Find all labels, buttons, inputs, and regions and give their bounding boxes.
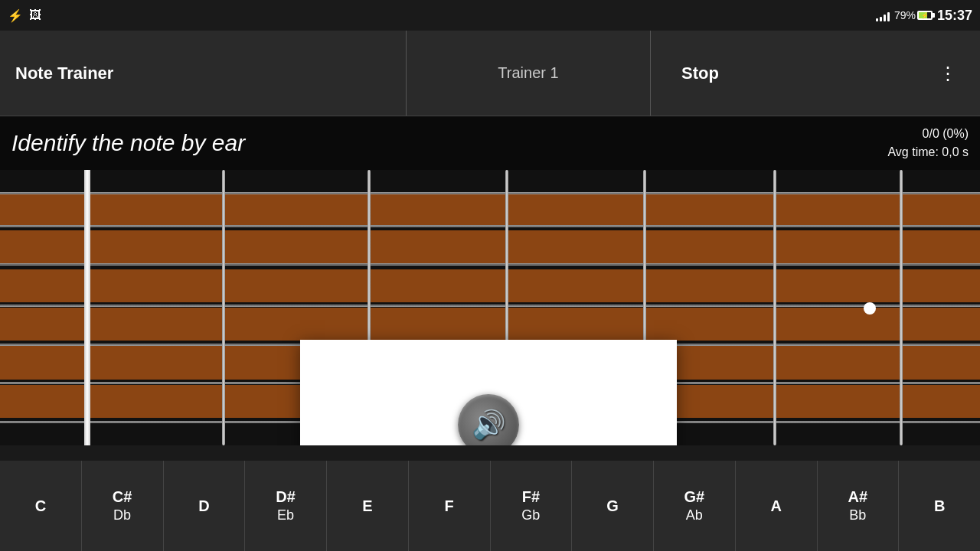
note-key-C[interactable]: C bbox=[0, 461, 82, 551]
more-menu-icon[interactable]: ⋮ bbox=[931, 55, 965, 92]
note-key-B[interactable]: B bbox=[899, 461, 980, 551]
string-4 bbox=[0, 305, 980, 307]
note-key-Fsharp[interactable]: F#Gb bbox=[491, 461, 573, 551]
note-key-Asharp[interactable]: A#Bb bbox=[818, 461, 900, 551]
note-key-Dsharp[interactable]: D#Eb bbox=[245, 461, 327, 551]
fret-line-6 bbox=[900, 170, 903, 445]
clock: 15:37 bbox=[937, 8, 972, 24]
string-3 bbox=[0, 263, 980, 266]
tab-label: Trainer 1 bbox=[498, 64, 558, 82]
note-key-D[interactable]: D bbox=[164, 461, 246, 551]
stop-section: Stop ⋮ bbox=[651, 31, 980, 116]
stats-panel: 0/0 (0%) Avg time: 0,0 s bbox=[887, 125, 969, 161]
battery-percent: 79% bbox=[894, 9, 916, 21]
tab-trainer-1[interactable]: Trainer 1 bbox=[406, 31, 651, 116]
score-text: 0/0 (0%) bbox=[887, 125, 969, 143]
photo-icon: 🖼 bbox=[29, 8, 41, 22]
speaker-button[interactable]: 🔊 bbox=[458, 394, 519, 445]
battery-lightning-icon: ⚡ bbox=[919, 12, 931, 19]
stop-button[interactable]: Stop bbox=[666, 56, 734, 91]
nut bbox=[84, 170, 90, 445]
fret-dot bbox=[864, 302, 876, 315]
fret-line-1 bbox=[222, 170, 225, 445]
signal-bar-3 bbox=[884, 15, 886, 21]
battery-icon: ⚡ bbox=[917, 11, 933, 20]
note-key-F[interactable]: F bbox=[409, 461, 491, 551]
signal-bar-1 bbox=[876, 18, 878, 21]
note-key-A[interactable]: A bbox=[736, 461, 818, 551]
info-bar: Identify the note by ear 0/0 (0%) Avg ti… bbox=[0, 116, 980, 170]
signal-bars bbox=[876, 9, 890, 21]
speaker-icon: 🔊 bbox=[472, 409, 506, 441]
status-bar: ⚡ 🖼 79% ⚡ 15:37 bbox=[0, 0, 980, 31]
string-2 bbox=[0, 225, 980, 227]
instruction-text: Identify the note by ear bbox=[11, 130, 245, 156]
app-bar: Note Trainer Trainer 1 Stop ⋮ bbox=[0, 31, 980, 116]
usb-icon: ⚡ bbox=[8, 8, 23, 23]
status-left-icons: ⚡ 🖼 bbox=[8, 8, 41, 23]
note-keyboard: CC#DbDD#EbEFF#GbGG#AbAA#BbB bbox=[0, 461, 980, 551]
avg-time-text: Avg time: 0,0 s bbox=[887, 143, 969, 161]
string-1 bbox=[0, 192, 980, 194]
signal-bar-2 bbox=[880, 17, 882, 21]
note-dialog: 🔊 Repeat I give up bbox=[300, 340, 677, 445]
note-key-G[interactable]: G bbox=[572, 461, 654, 551]
note-key-Csharp[interactable]: C#Db bbox=[82, 461, 164, 551]
battery-container: 79% ⚡ bbox=[894, 9, 933, 21]
note-key-Gsharp[interactable]: G#Ab bbox=[654, 461, 736, 551]
fretboard-area: 🔊 Repeat I give up bbox=[0, 170, 980, 445]
fret-line-5 bbox=[773, 170, 776, 445]
app-title: Note Trainer bbox=[0, 64, 406, 83]
signal-bar-4 bbox=[887, 12, 890, 21]
note-key-E[interactable]: E bbox=[327, 461, 409, 551]
status-right: 79% ⚡ 15:37 bbox=[876, 8, 972, 24]
